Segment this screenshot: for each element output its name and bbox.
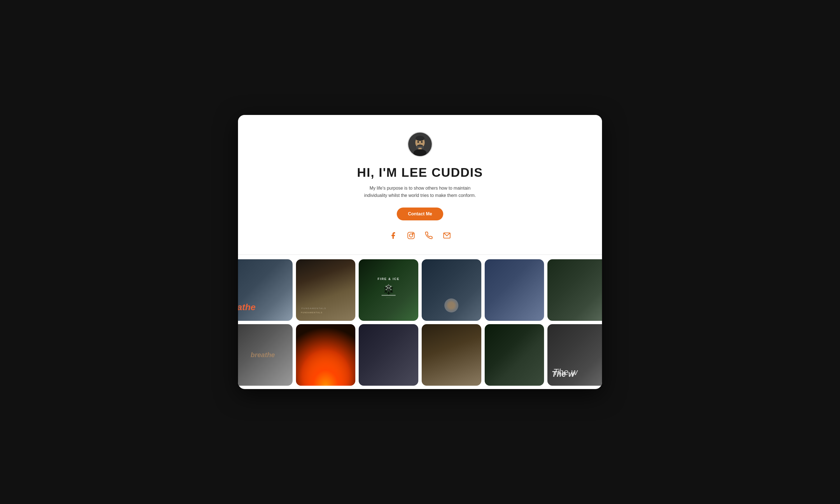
photo-row-1: FUNDAMENTALS FIRE & ICE ❄ ~~~~	[238, 259, 602, 324]
section-divider	[238, 254, 602, 255]
photo-statue	[422, 324, 481, 386]
svg-point-10	[409, 234, 413, 237]
photo-stone2: breathe	[238, 324, 293, 386]
hero-section: HI, I'M LEE CUDDIS My life's purpose is …	[238, 115, 602, 254]
photo-crafting	[547, 259, 602, 321]
photo-breathe	[238, 259, 293, 321]
contact-button[interactable]: Contact Me	[397, 208, 443, 220]
photo-sitting	[485, 259, 544, 321]
instagram-link[interactable]	[406, 231, 416, 240]
svg-point-4	[417, 141, 419, 143]
photo-fire	[296, 324, 356, 386]
email-link[interactable]	[442, 231, 452, 240]
svg-point-6	[419, 144, 421, 145]
hero-tagline: My life's purpose is to show others how …	[358, 185, 482, 199]
svg-point-11	[412, 233, 414, 234]
phone-link[interactable]	[424, 231, 434, 240]
photo-desk: FUNDAMENTALS	[296, 259, 356, 321]
svg-point-2	[415, 136, 425, 141]
facebook-link[interactable]	[388, 231, 398, 240]
photo-text-stone: The w	[547, 324, 602, 386]
svg-point-5	[421, 141, 423, 143]
social-icons-row	[249, 231, 591, 240]
photo-icebath	[422, 259, 481, 321]
svg-point-8	[414, 149, 427, 157]
photo-tools	[359, 324, 418, 386]
avatar	[407, 132, 433, 157]
photo-grid: FUNDAMENTALS FIRE & ICE ❄ ~~~~ breathe	[238, 258, 602, 389]
photo-row-2: breathe The w	[238, 324, 602, 389]
page-title: HI, I'M LEE CUDDIS	[249, 165, 591, 180]
photo-fireice: FIRE & ICE ❄ ~~~~	[359, 259, 418, 321]
browser-frame: HI, I'M LEE CUDDIS My life's purpose is …	[238, 115, 602, 389]
photo-forest	[485, 324, 544, 386]
